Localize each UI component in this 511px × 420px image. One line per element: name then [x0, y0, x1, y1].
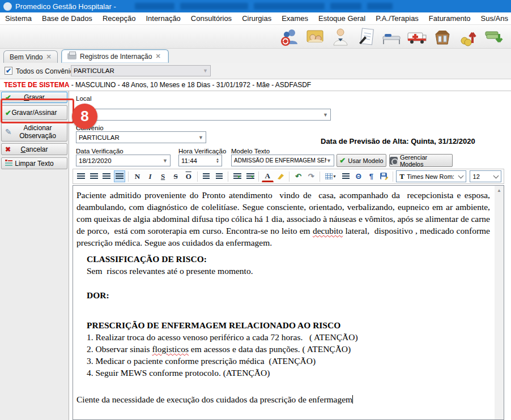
- tab-bem-vindo-label: Bem Vindo: [10, 53, 42, 61]
- gerenciar-modelos-label: Gerenciar Modelos: [400, 154, 452, 168]
- misspelled-word: decubito: [313, 226, 343, 235]
- patient-folder-icon[interactable]: [304, 26, 326, 48]
- font-family-dropdown[interactable]: T Times New Rom:: [396, 170, 466, 182]
- previsao-alta-text: Data de Previsão de Alta: Quinta, 31/12/…: [321, 137, 475, 145]
- menu-cirurgias[interactable]: Cirurgias: [237, 14, 276, 23]
- document-text-area[interactable]: Paciente admitido proveniente do Pronto …: [73, 185, 504, 420]
- align-left-icon[interactable]: [75, 170, 87, 182]
- x-icon: ✖: [5, 145, 11, 153]
- redo-button[interactable]: ↷: [305, 170, 317, 182]
- menu-pa-terapias[interactable]: P.A./Terapias: [371, 14, 424, 23]
- todos-convenios-label: Todos os Convênios: [16, 67, 77, 75]
- misspelled-word: flogisticos: [152, 344, 189, 354]
- modelo-texto-value: ADMISSÃO DE ENFERMAGEM SEM RISCOS: [234, 157, 326, 164]
- prescricao-item-4: 4. Seguir MEWS conforme protocolo. (ATEN…: [76, 367, 490, 379]
- limpar-texto-button[interactable]: Limpar Texto: [1, 157, 67, 169]
- usar-modelo-label: Usar Modelo: [348, 157, 383, 164]
- chevron-down-icon: [493, 173, 499, 178]
- tab-registros-internacao[interactable]: Registros de Internação ✕: [61, 49, 169, 63]
- tab-registros-label: Registros de Internação: [80, 53, 152, 61]
- todos-convenios-checkbox[interactable]: ✔: [5, 67, 12, 75]
- convenio-dropdown[interactable]: PARTICULAR ▼: [76, 131, 206, 143]
- title-bar: Promedico Gestão Hospitalar -: [0, 0, 511, 12]
- numbered-list-icon[interactable]: [201, 170, 212, 182]
- local-dropdown[interactable]: ▼: [76, 109, 331, 121]
- gerenciar-modelos-button[interactable]: Gerenciar Modelos: [389, 154, 453, 167]
- overline-button[interactable]: O: [182, 170, 194, 182]
- special-char-button[interactable]: Θ: [353, 170, 365, 182]
- menu-base-de-dados[interactable]: Base de Dados: [37, 14, 97, 23]
- table-button[interactable]: ▼: [323, 170, 339, 182]
- font-color-button[interactable]: A: [262, 170, 274, 182]
- tab-bem-vindo[interactable]: Bem Vindo ✕: [3, 50, 58, 63]
- underline-button[interactable]: S: [157, 170, 169, 182]
- undo-button[interactable]: ↶: [292, 170, 304, 182]
- redacted-text: [180, 3, 248, 10]
- closing-line: Ciente da necessidade de execução dos cu…: [76, 393, 490, 405]
- align-justify-icon[interactable]: [114, 170, 126, 182]
- menu-recepcao[interactable]: Recepção: [97, 14, 141, 23]
- italic-button[interactable]: I: [144, 170, 156, 182]
- menu-bar: Sistema Base de Dados Recepção Internaçã…: [0, 12, 511, 25]
- prescricao-item-2: 2. Observar sinais flogisticos em acesso…: [76, 343, 490, 355]
- pilcrow-button[interactable]: ¶: [365, 170, 377, 182]
- font-size-dropdown[interactable]: 12: [470, 170, 502, 182]
- spinner-arrows-icon[interactable]: ▲▼: [216, 158, 219, 164]
- cancelar-button[interactable]: ✖ Cancelar: [1, 143, 67, 155]
- annotation-rectangle: [1, 98, 74, 123]
- bullet-list-icon[interactable]: [213, 170, 225, 182]
- limpar-texto-label: Limpar Texto: [15, 160, 53, 168]
- menu-faturamento[interactable]: Faturamento: [424, 14, 476, 23]
- menu-exames[interactable]: Exames: [276, 14, 313, 23]
- cash-down-icon[interactable]: [483, 26, 504, 48]
- stock-icon[interactable]: [432, 26, 453, 48]
- menu-internacao[interactable]: Internação: [140, 14, 185, 23]
- printer-icon: [67, 53, 76, 59]
- cancelar-label: Cancelar: [20, 145, 48, 153]
- menu-sistema[interactable]: Sistema: [0, 14, 37, 23]
- ambulance-icon[interactable]: [406, 26, 428, 48]
- data-verificacao-value: 18/12/2020: [79, 157, 112, 164]
- font-family-value: Times New Rom:: [407, 173, 454, 180]
- hospital-bed-icon[interactable]: [381, 26, 402, 48]
- strikethrough-button[interactable]: S: [170, 170, 182, 182]
- align-center-icon[interactable]: [88, 170, 100, 182]
- vertical-scrollbar[interactable]: ▲: [495, 186, 504, 419]
- chevron-down-icon: ▼: [326, 158, 331, 164]
- medical-record-icon[interactable]: [355, 26, 377, 48]
- convenio-value: PARTICULAR: [79, 134, 120, 141]
- sync-patients-icon[interactable]: [279, 26, 300, 48]
- paragraph-admissao: Paciente admitido proveniente do Pronto …: [76, 189, 490, 248]
- billing-up-icon[interactable]: [457, 26, 479, 48]
- highlighter-icon[interactable]: [275, 170, 287, 182]
- scroll-up-icon[interactable]: ▲: [495, 186, 504, 195]
- save-text-icon[interactable]: [378, 170, 390, 182]
- adicionar-observacao-button[interactable]: ✎ Adicionar Observação: [1, 122, 67, 142]
- usar-modelo-button[interactable]: ✔ Usar Modelo: [337, 154, 386, 167]
- font-size-value: 12: [473, 173, 480, 180]
- redacted-text: [330, 3, 361, 10]
- tab-close-icon[interactable]: ✕: [155, 53, 160, 60]
- heading-dor: DOR:: [76, 289, 490, 301]
- line-spacing-icon[interactable]: [340, 170, 352, 182]
- tab-close-icon[interactable]: ✕: [46, 53, 51, 61]
- menu-estoque-geral[interactable]: Estoque Geral: [313, 14, 371, 23]
- text-cursor: [352, 395, 353, 404]
- bold-button[interactable]: N: [131, 170, 143, 182]
- outdent-icon[interactable]: ◂: [244, 170, 256, 182]
- align-right-icon[interactable]: [101, 170, 113, 182]
- convenio-filter-dropdown[interactable]: PARTICULAR ▼: [71, 65, 211, 76]
- modelo-texto-dropdown[interactable]: ADMISSÃO DE ENFERMAGEM SEM RISCOS ▼: [231, 155, 334, 166]
- menu-sus-ans[interactable]: Sus/Ans: [476, 14, 511, 23]
- doctor-icon[interactable]: [330, 26, 351, 48]
- form-panel: Local ▼ Convenio PARTICULAR ▼ Data de Pr…: [69, 91, 511, 420]
- hora-verificacao-spinner[interactable]: 11:44 ▲▼: [178, 155, 222, 166]
- chevron-down-icon: ▼: [203, 68, 208, 74]
- data-verificacao-label: Data Verificação: [76, 148, 124, 155]
- data-verificacao-dropdown[interactable]: 18/12/2020 ▼: [76, 155, 171, 166]
- heading-prescricao: PRESCRIÇÃO DE ENFERMAGEM RELACIONADO AO …: [76, 319, 490, 331]
- indent-icon[interactable]: ▸: [231, 170, 243, 182]
- action-sidebar: ✔ Gravar ✔ Gravar/Assinar ✎ Adicionar Ob…: [0, 91, 69, 420]
- menu-consultorios[interactable]: Consultórios: [186, 14, 237, 23]
- chevron-down-icon: ▼: [323, 112, 328, 118]
